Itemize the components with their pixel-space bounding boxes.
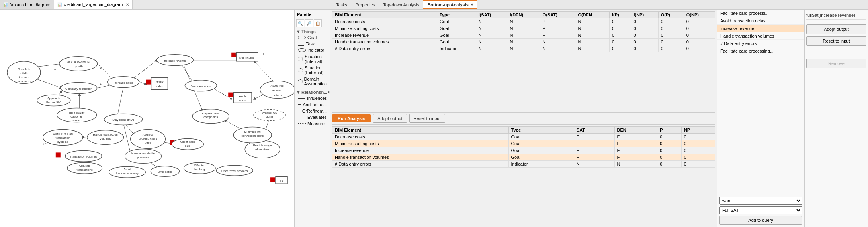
result-cell-sat: N <box>574 160 614 167</box>
result-cell-den: N <box>614 160 657 167</box>
result-cell-sat: F <box>574 140 614 147</box>
svg-text:dollar: dollar <box>266 115 274 118</box>
run-analysis-button[interactable]: Run Analysis <box>332 114 371 122</box>
svg-line-20 <box>225 120 250 134</box>
tab-properties[interactable]: Properties <box>351 0 379 9</box>
analysis-cell-oden: N <box>575 39 610 45</box>
result-cell-p: 0 <box>657 147 682 154</box>
svg-point-60 <box>156 55 193 66</box>
svg-line-18 <box>187 168 192 170</box>
reset-to-input-button[interactable]: Reset to input <box>409 114 445 123</box>
palette-item-orrefine[interactable]: OrRefinem... <box>296 108 328 114</box>
palette-zoom-out[interactable]: 🔎 <box>305 19 313 27</box>
svg-point-103 <box>260 81 294 99</box>
palette-item-evaluates[interactable]: Evaluates <box>296 114 328 120</box>
palette-zoom-in[interactable]: 🔍 <box>296 19 304 27</box>
query-list-item[interactable]: Avoid transaction delay <box>717 17 804 25</box>
svg-text:transaction: transaction <box>56 136 70 140</box>
svg-line-22 <box>254 91 272 99</box>
query-list-item[interactable]: Increase revenue <box>717 25 804 32</box>
add-to-query-button[interactable]: Add to query <box>719 216 802 225</box>
svg-point-77 <box>185 80 217 91</box>
results-table-row[interactable]: Handle transaction volumes Goal F F 0 0 <box>332 154 715 160</box>
palette-item-influences[interactable]: Influences <box>296 95 328 101</box>
query-list-item[interactable]: Facilitate card processing... <box>717 47 804 55</box>
query-select-fullsat[interactable]: Full SAT Partial SAT Neutral Conflict Un… <box>719 206 802 214</box>
tab-tasks[interactable]: Tasks <box>332 0 351 9</box>
query-panel: Facilitate card processi...Avoid transac… <box>717 10 804 227</box>
evaluates-line-icon <box>298 117 306 118</box>
svg-text:Transaction volumes: Transaction volumes <box>70 155 97 158</box>
svg-text:customer: customer <box>70 115 83 118</box>
diagram-svg: Growth in middle income consumers Strong… <box>0 10 294 227</box>
palette-reset[interactable]: 📋 <box>314 19 322 27</box>
palette-relationships-header[interactable]: ▼ Relationsh... ⚙ <box>296 89 328 95</box>
palette: Palette 🔍 🔎 📋 ▼ Things Goal Task <box>294 10 330 227</box>
analysis-cell-oden: N <box>575 25 610 32</box>
svg-text:Stay competitive: Stay competitive <box>112 118 134 122</box>
palette-things-header[interactable]: ▼ Things <box>296 29 328 34</box>
svg-text:Net Income: Net Income <box>239 56 254 59</box>
svg-text:+: + <box>54 68 56 72</box>
sit-ext-shape-icon <box>298 68 303 72</box>
far-remove-button[interactable]: Remove <box>806 59 866 68</box>
query-list-item[interactable]: Facilitate card processi... <box>717 10 804 17</box>
query-list-item[interactable]: # Data entry errors <box>717 40 804 47</box>
analysis-table-row[interactable]: Handle transaction volumes Goal N N N N … <box>332 39 715 45</box>
analysis-table-row[interactable]: Decrease costs Goal N N P N 0 0 0 0 <box>332 18 715 25</box>
results-table-row[interactable]: # Data entry errors Indicator N N 0 0 <box>332 160 715 167</box>
far-adopt-output-button[interactable]: Adopt output <box>806 24 866 34</box>
palette-item-indicator[interactable]: Indicator <box>296 47 328 53</box>
palette-item-domain-assumption[interactable]: Domain Assumption <box>296 76 328 87</box>
analysis-table-row[interactable]: # Data entry errors Indicator N N N N 0 … <box>332 45 715 52</box>
query-select-want[interactable]: want full sat partial sat neutral confli… <box>719 197 802 205</box>
tab-creditcard-close[interactable]: ✕ <box>126 2 129 7</box>
dom-ass-shape-icon <box>298 79 303 83</box>
analysis-cell-type: Goal <box>437 18 476 25</box>
svg-line-23 <box>254 62 278 87</box>
tab-fabiano[interactable]: 📊 fabiano.bim_diagram <box>0 0 54 9</box>
analysis-cell-element: Minimize staffing costs <box>332 25 437 32</box>
far-reset-to-input-button[interactable]: Reset to input <box>806 36 866 46</box>
tab-creditcard-label: creditcard_larger.bim_diagram <box>64 2 123 7</box>
settings-icon: ⚙ <box>328 90 330 94</box>
palette-item-goal[interactable]: Goal <box>296 34 328 41</box>
palette-item-task[interactable]: Task <box>296 41 328 47</box>
analysis-cell-op: 0 <box>658 39 684 45</box>
analysis-cell-onp: 0 <box>684 25 715 32</box>
tab-bottomup-close[interactable]: ✕ <box>470 2 473 7</box>
analysis-table-row[interactable]: Minimize staffing costs Goal N N P N 0 0… <box>332 25 715 32</box>
col-bim-element: BIM Element <box>332 12 437 18</box>
analysis-cell-inp: 0 <box>631 18 658 25</box>
svg-point-71 <box>125 149 162 163</box>
palette-item-situation-external[interactable]: Situation (External) <box>296 65 328 76</box>
res-col-den: DEN <box>614 126 657 133</box>
col-osat: O(SAT) <box>540 12 575 18</box>
svg-line-1 <box>24 75 62 88</box>
analysis-cell-element: # Data entry errors <box>332 45 437 52</box>
svg-rect-57 <box>151 78 168 90</box>
palette-item-measures[interactable]: Measures <box>296 120 328 127</box>
svg-point-32 <box>61 83 97 94</box>
result-cell-sat: F <box>574 154 614 160</box>
result-cell-np: 0 <box>681 147 715 154</box>
palette-item-situation-internal[interactable]: Situation (Internal) <box>296 53 328 65</box>
tab-properties-label: Properties <box>355 2 375 7</box>
results-table-row[interactable]: Decrease costs Goal F F 0 0 <box>332 133 715 140</box>
results-table-row[interactable]: Increase revenue Goal F F 0 0 <box>332 147 715 154</box>
adopt-output-button[interactable]: Adopt output <box>373 114 407 123</box>
result-cell-type: Goal <box>508 133 574 140</box>
palette-item-andrefine[interactable]: AndRefine... <box>296 101 328 108</box>
svg-point-54 <box>108 77 139 88</box>
query-list-item[interactable]: Handle transaction volumes <box>717 32 804 40</box>
res-col-np: NP <box>681 126 715 133</box>
svg-text:Handle transaction: Handle transaction <box>93 133 118 136</box>
results-table-row[interactable]: Minimize staffing costs Goal F F 0 0 <box>332 140 715 147</box>
svg-text:Offer cards: Offer cards <box>158 170 172 174</box>
tab-topdown[interactable]: Top-down Analysis <box>379 0 423 9</box>
canvas-area[interactable]: Growth in middle income consumers Strong… <box>0 10 294 227</box>
diagram-icon-1: 📊 <box>3 2 8 7</box>
tab-bottomup[interactable]: Bottom-up Analysis ✕ <box>423 0 477 9</box>
tab-creditcard[interactable]: 📊 creditcard_larger.bim_diagram ✕ <box>54 0 133 9</box>
analysis-table-row[interactable]: Increase revenue Goal N N P N 0 0 0 0 <box>332 32 715 39</box>
